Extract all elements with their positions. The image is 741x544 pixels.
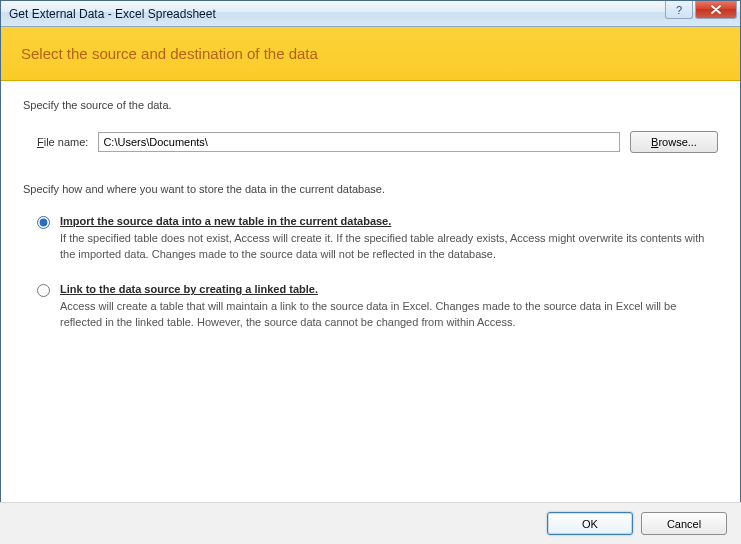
storage-options: Import the source data into a new table … <box>37 215 718 331</box>
ok-button[interactable]: OK <box>547 512 633 535</box>
dialog-content: Specify the source of the data. File nam… <box>1 81 740 331</box>
browse-button[interactable]: Browse... <box>630 131 718 153</box>
option-import-desc: If the specified table does not exist, A… <box>60 231 718 263</box>
titlebar: Get External Data - Excel Spreadsheet ? <box>1 1 740 27</box>
option-link-desc: Access will create a table that will mai… <box>60 299 718 331</box>
help-icon: ? <box>676 4 682 16</box>
close-icon <box>711 5 721 14</box>
file-name-input[interactable] <box>98 132 620 152</box>
cancel-button[interactable]: Cancel <box>641 512 727 535</box>
help-button[interactable]: ? <box>665 1 693 19</box>
radio-import[interactable] <box>37 216 50 229</box>
option-link-title: Link to the data source by creating a li… <box>60 283 718 295</box>
wizard-banner: Select the source and destination of the… <box>1 27 740 81</box>
dialog-footer: OK Cancel <box>0 502 741 544</box>
storage-instruction: Specify how and where you want to store … <box>23 183 718 195</box>
file-name-label: File name: <box>37 136 88 148</box>
close-button[interactable] <box>695 1 737 19</box>
option-import-title: Import the source data into a new table … <box>60 215 718 227</box>
banner-heading: Select the source and destination of the… <box>21 45 318 62</box>
file-name-row: File name: Browse... <box>37 131 718 153</box>
radio-link[interactable] <box>37 284 50 297</box>
source-instruction: Specify the source of the data. <box>23 99 718 111</box>
window-title: Get External Data - Excel Spreadsheet <box>9 7 216 21</box>
option-link[interactable]: Link to the data source by creating a li… <box>37 283 718 331</box>
option-import[interactable]: Import the source data into a new table … <box>37 215 718 263</box>
title-controls: ? <box>663 1 737 19</box>
